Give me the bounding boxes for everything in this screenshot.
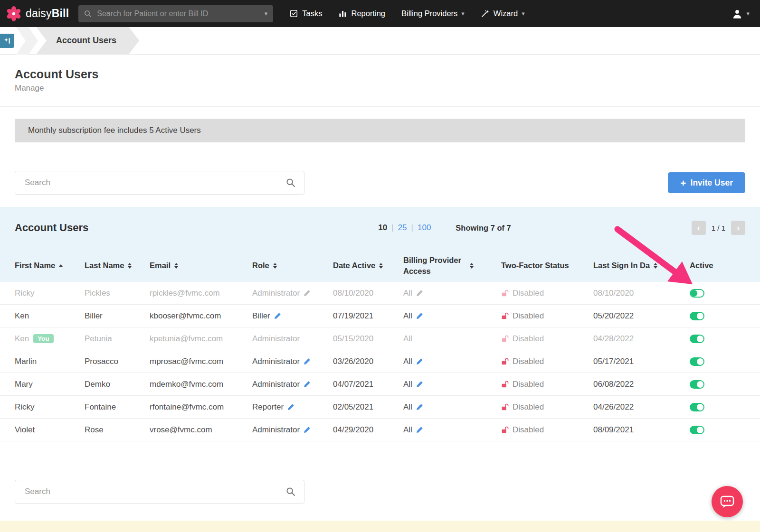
page-size-100[interactable]: 100 xyxy=(418,223,431,233)
cell-active xyxy=(690,357,745,366)
column-email[interactable]: Email xyxy=(150,256,252,275)
cell-role: Administrator xyxy=(252,289,333,298)
column-label: Role xyxy=(252,261,269,270)
cell-date-active: 03/26/2020 xyxy=(333,357,403,366)
edit-access-icon[interactable] xyxy=(416,403,423,411)
cell-last-name: Biller xyxy=(85,311,150,321)
invite-user-button[interactable]: + Invite User xyxy=(668,172,745,193)
sidebar-toggle-icon[interactable] xyxy=(0,34,14,48)
user-menu[interactable]: ▾ xyxy=(731,8,750,20)
cell-last-name: Demko xyxy=(85,380,150,389)
global-search-input[interactable] xyxy=(96,9,260,19)
active-toggle[interactable] xyxy=(690,380,704,389)
cell-billing-access: All xyxy=(403,311,501,321)
page-size-25[interactable]: 25 xyxy=(398,223,407,233)
nav-item-reporting[interactable]: Reporting xyxy=(338,9,385,18)
cell-date-active: 04/07/2021 xyxy=(333,380,403,389)
cell-first-name: Ken You xyxy=(15,334,85,344)
edit-access-icon[interactable] xyxy=(416,312,423,319)
cell-last-sign-in: 08/09/2021 xyxy=(593,425,690,435)
brand-logo[interactable]: daisyBill xyxy=(6,6,69,22)
edit-role-icon[interactable] xyxy=(304,426,311,433)
column-date-active[interactable]: Date Active xyxy=(333,256,403,275)
column-billing-provider-access[interactable]: Billing Provider Access xyxy=(403,250,501,281)
prev-page-button[interactable]: ‹ xyxy=(692,221,706,235)
table-row: Ricky Pickles rpickles@fvmc.com Administ… xyxy=(0,282,760,305)
brand-name: daisyBill xyxy=(26,7,69,20)
column-role[interactable]: Role xyxy=(252,256,333,275)
next-page-button[interactable]: › xyxy=(731,221,745,235)
edit-role-icon[interactable] xyxy=(287,403,294,411)
page-size-selector: 10 | 25 | 100 xyxy=(378,223,431,233)
active-toggle[interactable] xyxy=(690,335,704,343)
cell-email: mdemko@fvmc.com xyxy=(150,380,252,389)
nav-item-wizard[interactable]: Wizard ▾ xyxy=(481,9,525,18)
cell-active xyxy=(690,380,745,389)
nav-item-tasks[interactable]: Tasks xyxy=(289,9,322,18)
sort-icon xyxy=(379,263,383,269)
edit-access-icon[interactable] xyxy=(416,289,423,297)
page-size-10[interactable]: 10 xyxy=(378,223,387,233)
column-label: Active xyxy=(690,261,713,270)
cell-active xyxy=(690,335,745,343)
column-label: First Name xyxy=(15,261,55,270)
unlocked-icon xyxy=(501,426,509,434)
cell-date-active: 05/15/2020 xyxy=(333,334,403,344)
cell-active xyxy=(690,312,745,320)
cell-email: kbooser@fvmc.com xyxy=(150,311,252,321)
edit-access-icon[interactable] xyxy=(416,358,423,365)
chat-button[interactable] xyxy=(712,486,743,517)
separator: | xyxy=(391,223,393,233)
sort-icon xyxy=(174,263,178,269)
page-title: Account Users xyxy=(15,67,745,81)
column-label: Billing Provider Access xyxy=(403,255,466,276)
cell-active xyxy=(690,403,745,411)
edit-role-icon[interactable] xyxy=(304,358,311,365)
showing-count: Showing 7 of 7 xyxy=(456,224,511,233)
breadcrumb-current[interactable]: Account Users xyxy=(36,27,139,55)
active-toggle[interactable] xyxy=(690,357,704,366)
toggle-knob xyxy=(697,381,703,388)
active-toggle[interactable] xyxy=(690,426,704,434)
toggle-knob xyxy=(697,336,703,342)
cell-first-name: Mary xyxy=(15,380,85,389)
cell-two-factor: Disabled xyxy=(501,402,593,412)
top-nav: daisyBill ▾ Tasks Reporting Billing Prov… xyxy=(0,0,760,27)
edit-role-icon[interactable] xyxy=(304,289,311,297)
cell-last-name: Pickles xyxy=(85,289,150,298)
column-last-name[interactable]: Last Name xyxy=(85,256,150,275)
active-toggle[interactable] xyxy=(690,403,704,411)
user-icon xyxy=(731,8,743,20)
page-header: Account Users Manage xyxy=(0,55,760,107)
nav-item-billing-providers[interactable]: Billing Providers ▾ xyxy=(401,9,465,18)
active-toggle[interactable] xyxy=(690,289,704,298)
toggle-knob xyxy=(691,290,697,297)
search-icon xyxy=(286,178,295,187)
cell-last-name: Fontaine xyxy=(85,402,150,412)
table-row: Mary Demko mdemko@fvmc.com Administrator… xyxy=(0,373,760,396)
you-badge: You xyxy=(33,334,54,344)
unlocked-icon xyxy=(501,403,509,411)
cell-email: rpickles@fvmc.com xyxy=(150,289,252,298)
cell-last-name: Rose xyxy=(85,425,150,435)
cell-role: Reporter xyxy=(252,402,333,412)
user-search-input[interactable] xyxy=(24,177,286,188)
edit-access-icon[interactable] xyxy=(416,381,423,388)
bottom-search-input[interactable] xyxy=(24,486,286,497)
edit-access-icon[interactable] xyxy=(416,426,423,433)
edit-role-icon[interactable] xyxy=(274,312,281,319)
cell-role: Administrator xyxy=(252,425,333,435)
cell-two-factor: Disabled xyxy=(501,425,593,435)
column-label: Date Active xyxy=(333,261,375,270)
search-dropdown-caret-icon[interactable]: ▾ xyxy=(265,10,268,17)
sort-asc-icon xyxy=(59,264,63,267)
cell-date-active: 08/10/2020 xyxy=(333,289,403,298)
edit-role-icon[interactable] xyxy=(304,381,311,388)
column-first-name[interactable]: First Name xyxy=(15,256,85,275)
cell-first-name: Ricky xyxy=(15,402,85,412)
active-toggle[interactable] xyxy=(690,312,704,320)
subscription-banner: Monthly subscription fee includes 5 Acti… xyxy=(15,119,745,142)
cell-active xyxy=(690,426,745,434)
column-last-sign-in[interactable]: Last Sign In Da xyxy=(593,256,690,275)
cell-two-factor: Disabled xyxy=(501,357,593,366)
